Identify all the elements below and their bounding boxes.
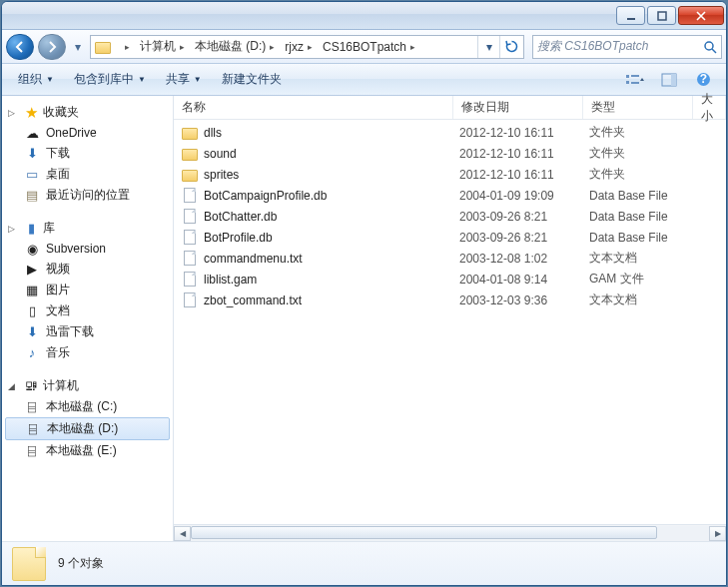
file-name: dlls — [204, 126, 459, 140]
nav-item[interactable]: ♪音乐 — [2, 342, 173, 363]
drive-icon: ⌸ — [25, 421, 41, 437]
navigation-pane[interactable]: ▷★收藏夹 ☁OneDrive ⬇下载 ▭桌面 ▤最近访问的位置 ▷▮库 ◉Su… — [2, 96, 174, 541]
nav-item[interactable]: ◉Subversion — [2, 239, 173, 259]
nav-item[interactable]: ▯文档 — [2, 300, 173, 321]
search-icon — [703, 40, 717, 54]
drive-icon: ⌸ — [24, 443, 40, 459]
file-row[interactable]: sound2012-12-10 16:11文件夹 — [174, 143, 726, 164]
video-icon: ▶ — [24, 262, 40, 278]
file-icon — [184, 188, 196, 203]
nav-item[interactable]: ☁OneDrive — [2, 123, 173, 143]
svg-point-2 — [705, 42, 713, 50]
file-date: 2003-12-08 1:02 — [459, 252, 589, 266]
file-row[interactable]: BotChatter.db2003-09-26 8:21Data Base Fi… — [174, 206, 726, 227]
back-button[interactable] — [6, 34, 34, 60]
svg-rect-3 — [626, 75, 629, 78]
documents-icon: ▯ — [24, 303, 40, 319]
nav-item-selected[interactable]: ⌸本地磁盘 (D:) — [5, 417, 170, 440]
desktop-icon: ▭ — [24, 167, 40, 183]
file-row[interactable]: dlls2012-12-10 16:11文件夹 — [174, 122, 726, 143]
folder-icon — [182, 128, 198, 140]
organize-button[interactable]: 组织▼ — [10, 67, 62, 92]
file-icon — [184, 230, 196, 245]
file-date: 2003-09-26 8:21 — [459, 210, 589, 224]
file-type: 文件夹 — [589, 145, 699, 162]
file-icon — [184, 272, 196, 287]
file-row[interactable]: BotProfile.db2003-09-26 8:21Data Base Fi… — [174, 227, 726, 248]
file-row[interactable]: zbot_command.txt2003-12-03 9:36文本文档 — [174, 290, 726, 310]
breadcrumb-seg[interactable]: rjxz▸ — [279, 36, 317, 58]
maximize-button[interactable] — [647, 6, 676, 25]
share-button[interactable]: 共享▼ — [158, 67, 210, 92]
file-type: Data Base File — [589, 189, 699, 203]
address-bar[interactable]: ▸ 计算机▸ 本地磁盘 (D:)▸ rjxz▸ CS16BOTpatch▸ ▾ — [90, 35, 524, 59]
nav-item[interactable]: ⬇迅雷下载 — [2, 321, 173, 342]
toolbar: 组织▼ 包含到库中▼ 共享▼ 新建文件夹 ? — [2, 64, 726, 96]
file-icon — [184, 209, 196, 224]
music-icon: ♪ — [24, 345, 40, 361]
help-button[interactable]: ? — [688, 68, 718, 92]
status-bar: 9 个对象 — [2, 541, 726, 585]
file-name: liblist.gam — [204, 273, 459, 287]
nav-item[interactable]: ▦图片 — [2, 280, 173, 300]
preview-pane-button[interactable] — [654, 68, 684, 92]
refresh-button[interactable] — [499, 36, 523, 58]
breadcrumb-seg[interactable]: CS16BOTpatch▸ — [317, 36, 419, 58]
file-name: sound — [204, 147, 459, 161]
file-name: sprites — [204, 168, 459, 182]
file-row[interactable]: BotCampaignProfile.db2004-01-09 19:09Dat… — [174, 185, 726, 206]
nav-libraries[interactable]: ▷▮库 — [2, 218, 173, 239]
scroll-right[interactable]: ▶ — [709, 526, 726, 541]
pictures-icon: ▦ — [24, 283, 40, 298]
onedrive-icon: ☁ — [24, 125, 40, 141]
file-name: BotCampaignProfile.db — [204, 189, 459, 203]
file-row[interactable]: sprites2012-12-10 16:11文件夹 — [174, 164, 726, 185]
horizontal-scrollbar[interactable]: ◀ ▶ — [174, 524, 726, 541]
col-size[interactable]: 大小 — [693, 96, 726, 119]
nav-item[interactable]: ▶视频 — [2, 259, 173, 280]
file-row[interactable]: commandmenu.txt2003-12-08 1:02文本文档 — [174, 248, 726, 269]
file-type: 文件夹 — [589, 124, 699, 141]
recent-icon: ▤ — [24, 188, 40, 204]
history-dropdown[interactable]: ▾ — [70, 37, 86, 57]
file-type: Data Base File — [589, 210, 699, 224]
file-row[interactable]: liblist.gam2004-01-08 9:14GAM 文件 — [174, 269, 726, 290]
address-dropdown[interactable]: ▾ — [477, 36, 499, 58]
close-button[interactable] — [678, 6, 724, 25]
nav-item[interactable]: ⌸本地磁盘 (C:) — [2, 396, 173, 417]
col-name[interactable]: 名称 — [174, 96, 453, 119]
view-options-button[interactable] — [620, 68, 650, 92]
col-type[interactable]: 类型 — [583, 96, 693, 119]
svg-rect-5 — [631, 75, 639, 77]
svg-text:?: ? — [699, 72, 706, 86]
file-icon — [184, 293, 196, 307]
nav-item[interactable]: ▭桌面 — [2, 164, 173, 185]
file-date: 2012-12-10 16:11 — [459, 168, 589, 182]
search-box[interactable]: 搜索 CS16BOTpatch — [532, 35, 722, 59]
nav-item[interactable]: ▤最近访问的位置 — [2, 185, 173, 206]
breadcrumb-seg[interactable]: ▸ — [115, 36, 134, 58]
breadcrumb-seg[interactable]: 计算机▸ — [134, 36, 189, 58]
include-in-library-button[interactable]: 包含到库中▼ — [66, 67, 154, 92]
file-type: 文本文档 — [589, 250, 699, 267]
file-list[interactable]: dlls2012-12-10 16:11文件夹sound2012-12-10 1… — [174, 120, 726, 524]
new-folder-button[interactable]: 新建文件夹 — [214, 67, 290, 92]
folder-icon — [182, 149, 198, 161]
nav-item[interactable]: ⌸本地磁盘 (E:) — [2, 440, 173, 461]
status-text: 9 个对象 — [58, 555, 104, 572]
minimize-button[interactable] — [616, 6, 645, 25]
col-date[interactable]: 修改日期 — [453, 96, 583, 119]
column-headers: 名称 修改日期 类型 大小 — [174, 96, 726, 120]
svn-icon: ◉ — [24, 241, 40, 257]
nav-item[interactable]: ⬇下载 — [2, 143, 173, 164]
file-date: 2003-12-03 9:36 — [459, 294, 589, 307]
file-name: zbot_command.txt — [204, 294, 459, 307]
breadcrumb-seg[interactable]: 本地磁盘 (D:)▸ — [189, 36, 279, 58]
forward-button[interactable] — [38, 34, 66, 60]
file-type: 文本文档 — [589, 292, 699, 308]
scroll-left[interactable]: ◀ — [174, 526, 191, 541]
folder-icon — [93, 37, 113, 57]
nav-favorites[interactable]: ▷★收藏夹 — [2, 102, 173, 123]
nav-computer[interactable]: ◢🖳计算机 — [2, 375, 173, 396]
scroll-thumb[interactable] — [191, 526, 657, 539]
